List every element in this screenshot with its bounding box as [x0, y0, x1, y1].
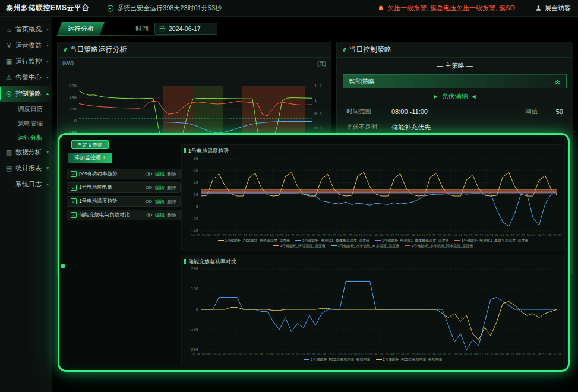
add-monitor-button[interactable]: 添加监控项 +: [68, 153, 112, 163]
power-chart-card: 储能充放电功率对比 2001000-100-20010-24 00:0010-2…: [181, 255, 565, 365]
svg-text:400: 400: [69, 96, 77, 100]
main-strategy-heading: — 主策略 —: [337, 58, 573, 72]
legend-item[interactable]: 2号储能柜_PCS总有功功率_有功功率: [376, 357, 443, 362]
edit-link[interactable]: 编辑: [155, 171, 165, 178]
top-header: 泰州多储联控EMS云平台 系统已安全运行398天23时01分53秒 欠压一级报警…: [0, 0, 578, 17]
legend-item[interactable]: 1号储能柜_水冷机组_出水温度_温度值: [331, 244, 399, 248]
monitor-item-row[interactable]: ✓ pcs有功功率趋势 编辑 删除: [67, 169, 181, 179]
legend-item[interactable]: 1号储能柜_电池簇1_单体最高温度_温度值: [295, 238, 369, 243]
alarm-icon: ⚠: [5, 74, 12, 81]
sidebar-item-system-log[interactable]: ≡ 系统日志 ▾: [0, 176, 52, 192]
check-icon[interactable]: ✓: [71, 185, 77, 191]
monitor-item-row[interactable]: ✓ 1号电池簇电量 编辑 删除: [67, 182, 181, 193]
svg-text:10-26 20:28: 10-26 20:28: [547, 352, 562, 356]
legend-marker: [295, 240, 301, 241]
panel-header: // 当日策略运行分析: [58, 42, 331, 58]
check-icon[interactable]: ✓: [71, 171, 77, 177]
check-icon[interactable]: ✓: [71, 198, 77, 204]
user-menu[interactable]: 展会访客: [535, 4, 571, 12]
sidebar-item-home[interactable]: ⌂ 首页概况 ▾: [0, 21, 52, 37]
edit-link[interactable]: 编辑: [155, 212, 165, 219]
svg-text:10-25 20:34: 10-25 20:34: [443, 352, 462, 356]
chevron-down-icon: ▾: [46, 43, 49, 48]
svg-text:10-24 07:25: 10-24 07:25: [506, 233, 525, 237]
sidebar-item-alarm-center[interactable]: ⚠ 告警中心 ▾: [0, 69, 52, 86]
legend-marker: [454, 240, 460, 241]
legend-item[interactable]: 1号储能柜_环境温度_温度值: [273, 244, 326, 248]
edit-link[interactable]: 编辑: [155, 198, 165, 205]
sidebar-item-revenue[interactable]: ¥ 运营收益 ▾: [0, 37, 52, 53]
svg-text:10-23 12:51: 10-23 12:51: [422, 233, 441, 237]
eye-icon[interactable]: [145, 213, 153, 217]
bullet-icon: [184, 148, 186, 153]
user-icon: [535, 5, 542, 11]
delete-link[interactable]: 删除: [167, 171, 176, 178]
svg-text:10-23 20:17: 10-23 20:17: [463, 233, 483, 237]
svg-text:0: 0: [74, 119, 77, 124]
uptime-status: 系统已安全运行398天23时01分53秒: [107, 4, 222, 12]
monitor-item-row[interactable]: ✓ 储能充放电与负载对比 编辑 删除: [67, 210, 181, 220]
edit-link[interactable]: 编辑: [155, 185, 165, 191]
home-icon: ⌂: [5, 26, 12, 33]
svg-text:10-26 14:51: 10-26 14:51: [526, 352, 546, 356]
svg-text:10-23 09:08: 10-23 09:08: [400, 233, 420, 237]
sidebar-subitem-run-analysis[interactable]: 运行分析: [0, 130, 52, 144]
data-icon: ▥: [5, 148, 12, 156]
collapse-up-icon[interactable]: [554, 78, 561, 85]
chevron-down-icon: ▾: [46, 166, 49, 171]
sidebar-item-label: 系统日志: [15, 180, 42, 189]
legend-marker: [331, 245, 337, 246]
legend-item[interactable]: 1号储能柜_电池簇1_单体平均温度_温度值: [454, 238, 529, 243]
svg-text:600: 600: [69, 84, 77, 88]
legend-item[interactable]: 1号储能柜_PCS模块_散热器温度_温度值: [218, 238, 290, 243]
unit-left: (kW): [62, 60, 74, 68]
svg-text:10-21 20:00: 10-21 20:00: [191, 233, 210, 237]
delete-link[interactable]: 删除: [167, 198, 176, 205]
eye-icon[interactable]: [145, 172, 153, 176]
sidebar-subitem-dispatch-calendar[interactable]: 调度日历: [0, 102, 52, 116]
sidebar-item-monitoring[interactable]: ▣ 运行监控 ▾: [0, 53, 52, 69]
svg-text:10-22 03:25: 10-22 03:25: [233, 233, 252, 237]
svg-text:10-26 09:25: 10-26 09:25: [506, 352, 525, 356]
date-picker[interactable]: 2024-06-17: [154, 23, 217, 35]
app-title: 泰州多储联控EMS云平台: [6, 3, 89, 13]
date-value: 2024-06-17: [169, 25, 201, 32]
smart-strategy-header[interactable]: 智能策略: [343, 74, 567, 88]
chevron-down-icon: ▾: [46, 182, 49, 187]
arrow-left-icon: ▶: [434, 94, 437, 99]
delete-link[interactable]: 删除: [167, 212, 176, 219]
sidebar-item-label: 控制策略: [15, 89, 42, 98]
sidebar-item-control-strategy[interactable]: ◎ 控制策略 ▴: [0, 86, 52, 102]
svg-text:10-22 18:17: 10-22 18:17: [317, 233, 336, 237]
row-value2: 50: [548, 108, 563, 115]
eye-icon[interactable]: [145, 199, 153, 204]
svg-text:10-24 14:51: 10-24 14:51: [275, 352, 295, 356]
svg-text:-100: -100: [188, 327, 198, 332]
legend-item[interactable]: 1号储能柜_水冷机组_回水温度_温度值: [405, 244, 473, 248]
log-icon: ≡: [5, 181, 12, 188]
toolbar: 运行分析 时间 2024-06-17: [57, 21, 217, 36]
legend-item[interactable]: 1号储能柜_电池簇1_单体最低温度_温度值: [375, 238, 449, 243]
sidebar-item-reports[interactable]: ▤ 统计报表 ▾: [0, 160, 52, 176]
smart-strategy-label: 智能策略: [349, 77, 375, 86]
svg-text:10-22 07:08: 10-22 07:08: [254, 233, 273, 237]
panel-title-icon: //: [343, 46, 345, 53]
custom-query-button[interactable]: 自定义查询: [71, 140, 109, 149]
monitor-item-row[interactable]: ✓ 1号电池温度趋势 编辑 删除: [67, 196, 181, 207]
tab-run-analysis[interactable]: 运行分析: [57, 22, 105, 35]
row-label: 光伏不足时: [346, 123, 391, 131]
sidebar-item-data-analysis[interactable]: ▥ 数据分析 ▾: [0, 144, 52, 160]
panel-handle[interactable]: [61, 264, 65, 268]
legend-item[interactable]: 1号储能柜_PCS总有功功率_有功功率: [304, 357, 370, 362]
delete-link[interactable]: 删除: [167, 185, 176, 191]
svg-text:60: 60: [194, 168, 198, 173]
svg-text:10-24 00:00: 10-24 00:00: [191, 352, 210, 356]
sidebar-item-label: 运行监控: [15, 57, 42, 66]
alarm-ticker[interactable]: 欠压一级报警, 簇总电压欠压一级报警, 簇SO: [377, 4, 515, 12]
eye-icon[interactable]: [145, 185, 153, 190]
check-icon[interactable]: ✓: [71, 212, 77, 218]
legend-marker: [375, 240, 381, 241]
monitor-icon: ▣: [5, 58, 12, 65]
alarm-text: 欠压一级报警, 簇总电压欠压一级报警, 簇SO: [387, 4, 515, 12]
sidebar-subitem-strategy-management[interactable]: 策略管理: [0, 116, 52, 130]
